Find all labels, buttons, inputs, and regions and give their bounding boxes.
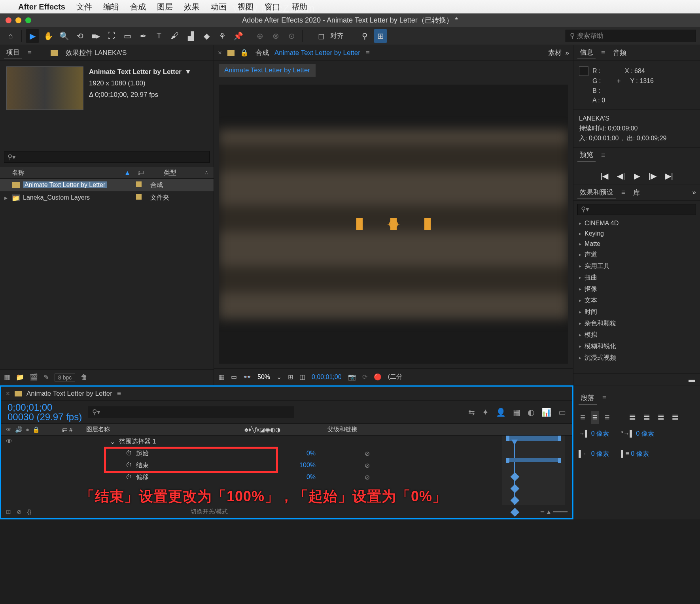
project-row-folder[interactable]: ▸ 📁 Laneka_Custom Layers 文件夹	[0, 191, 214, 204]
keyframe-icon[interactable]	[511, 484, 520, 493]
toggle-brackets-icon[interactable]: {}	[27, 508, 31, 515]
effect-category[interactable]: ▸实用工具	[573, 260, 700, 272]
axis-local-icon[interactable]: ⊕	[253, 29, 267, 43]
zoom-tool-icon[interactable]: 🔍	[57, 29, 71, 43]
interpret-icon[interactable]: ▦	[4, 373, 10, 381]
snapshot-icon[interactable]: 📷	[348, 373, 356, 381]
effect-category[interactable]: ▸时间	[573, 306, 700, 318]
show-channel-icon[interactable]: ⟳	[362, 373, 367, 381]
keyframe-icon[interactable]	[511, 472, 520, 481]
menu-file[interactable]: 文件	[76, 2, 92, 12]
effect-category[interactable]: ▸Matte	[573, 239, 700, 249]
menu-layer[interactable]: 图层	[157, 2, 173, 12]
last-frame-icon[interactable]: ▶|	[665, 171, 673, 181]
shy-icon[interactable]: 👤	[496, 408, 506, 417]
eye-column-icon[interactable]: 👁	[6, 426, 12, 433]
effect-category[interactable]: ▸抠像	[573, 283, 700, 295]
mask-icon[interactable]: 👓	[243, 373, 251, 381]
close-tab-icon[interactable]: ×	[6, 390, 10, 398]
end-value[interactable]: 100%	[299, 462, 316, 468]
space-before[interactable]: 0 像素	[631, 450, 649, 457]
home-icon[interactable]: ⌂	[4, 29, 17, 43]
resolution-icon[interactable]: ▭	[231, 373, 237, 381]
orbit-tool-icon[interactable]: ⟲	[73, 29, 87, 43]
shape-tool-icon[interactable]: ▭	[121, 29, 134, 43]
sort-icon[interactable]: ▲	[124, 169, 131, 176]
tab-info[interactable]: 信息	[577, 46, 596, 59]
comp-mini-flowchart-icon[interactable]: ⇆	[468, 408, 475, 417]
timeline-time[interactable]: 0;00;01;00	[8, 403, 82, 412]
tab-library[interactable]: 库	[631, 187, 642, 199]
brush-tool-icon[interactable]: 🖌	[168, 29, 182, 43]
prev-frame-icon[interactable]: ◀|	[617, 171, 625, 181]
timeline-row-selector[interactable]: 👁 ⌄范围选择器 1	[1, 436, 572, 447]
minimize-icon[interactable]	[15, 17, 21, 23]
keyframe-icon[interactable]	[511, 496, 520, 505]
roto-tool-icon[interactable]: ⚘	[216, 29, 229, 43]
menu-effect[interactable]: 效果	[184, 2, 200, 12]
indent-left[interactable]: 0 像素	[591, 430, 609, 437]
tab-effects-presets[interactable]: 效果和预设	[577, 186, 616, 199]
tab-project[interactable]: 项目	[4, 46, 22, 59]
guides-icon[interactable]: ◫	[299, 373, 305, 381]
label-column-icon[interactable]: 🏷	[62, 426, 68, 433]
new-folder-icon[interactable]: 📁	[16, 373, 24, 381]
timeline-row-start[interactable]: ⏱起始 0% ⊘	[1, 447, 572, 459]
offset-value[interactable]: 0%	[306, 474, 316, 480]
color-mgmt-icon[interactable]: 🔴	[374, 373, 382, 381]
more-tabs-icon[interactable]: »	[566, 49, 569, 57]
camera-tool-icon[interactable]: ■▸	[89, 29, 102, 43]
comp-tab-name[interactable]: Animate Text Letter by Letter	[274, 49, 360, 57]
align-left-icon[interactable]: ≡	[579, 411, 587, 424]
grid-icon[interactable]: ⊞	[374, 29, 387, 43]
link-icon[interactable]: ⊘	[327, 474, 407, 481]
zoom-dropdown-icon[interactable]: ⌄	[276, 373, 282, 381]
traffic-lights[interactable]	[6, 17, 31, 23]
first-frame-icon[interactable]: |◀	[600, 171, 608, 181]
text-tool-icon[interactable]: T	[152, 29, 166, 43]
justify-all-icon[interactable]: ≣	[670, 411, 680, 424]
more-tabs-icon[interactable]: »	[692, 189, 696, 196]
col-switches[interactable]: ♣♦╲fx◪◉◐◑	[244, 426, 327, 433]
tab-preview[interactable]: 预览	[577, 149, 596, 162]
expand-icon[interactable]: ▸	[0, 194, 12, 202]
tab-audio[interactable]: 音频	[611, 47, 629, 59]
bpc-toggle[interactable]: 8 bpc	[55, 374, 75, 381]
next-frame-icon[interactable]: |▶	[649, 171, 656, 181]
graph-editor-icon[interactable]: 📊	[541, 408, 551, 417]
panel-menu-icon[interactable]: ≡	[601, 151, 605, 159]
zoom-dropdown[interactable]: 50%	[257, 374, 270, 381]
effect-category[interactable]: ▸声道	[573, 249, 700, 260]
render-queue-icon[interactable]: ▭	[558, 408, 566, 417]
panel-menu-icon[interactable]: ≡	[366, 49, 370, 57]
new-bin-icon[interactable]: ▬	[689, 376, 695, 383]
effect-category[interactable]: ▸模拟	[573, 329, 700, 341]
color-depth-icon[interactable]: ✎	[44, 373, 49, 381]
pin-tool-icon[interactable]: 📌	[231, 29, 245, 43]
draft3d-icon[interactable]: ✦	[482, 408, 489, 417]
timeline-row-end[interactable]: ⏱结束 100% ⊘	[1, 459, 572, 471]
lock-column-icon[interactable]: 🔒	[32, 426, 40, 433]
toggle-switches-modes[interactable]: 切换开关/模式	[191, 508, 228, 515]
wand-icon[interactable]: ⚲	[358, 29, 371, 43]
pan-behind-tool-icon[interactable]: ⛶	[105, 29, 118, 43]
link-icon[interactable]: ⊘	[327, 450, 407, 457]
open-comp-tab[interactable]: Animate Text Letter by Letter	[219, 64, 316, 77]
menu-view[interactable]: 视图	[238, 2, 254, 12]
magnification-icon[interactable]: ▦	[219, 373, 225, 381]
justify-last-center-icon[interactable]: ≣	[641, 411, 652, 424]
current-time[interactable]: 0;00;01;00	[312, 374, 342, 381]
tab-paragraph[interactable]: 段落	[579, 392, 597, 405]
toggle-modes-icon[interactable]: ⊘	[17, 508, 22, 515]
speaker-column-icon[interactable]: 🔊	[15, 426, 23, 433]
project-search-input[interactable]: ⚲▾	[4, 151, 210, 163]
resolution-label[interactable]: (二分	[388, 373, 403, 381]
grid-toggle-icon[interactable]: ⊞	[288, 373, 293, 381]
panel-menu-icon[interactable]: ≡	[621, 189, 625, 196]
solo-column-icon[interactable]: ●	[26, 426, 29, 433]
panel-menu-icon[interactable]: ≡	[28, 49, 32, 57]
indent-right[interactable]: 0 像素	[591, 450, 609, 457]
menu-help[interactable]: 帮助	[291, 2, 307, 12]
axis-view-icon[interactable]: ⊙	[285, 29, 298, 43]
menu-edit[interactable]: 编辑	[103, 2, 119, 12]
